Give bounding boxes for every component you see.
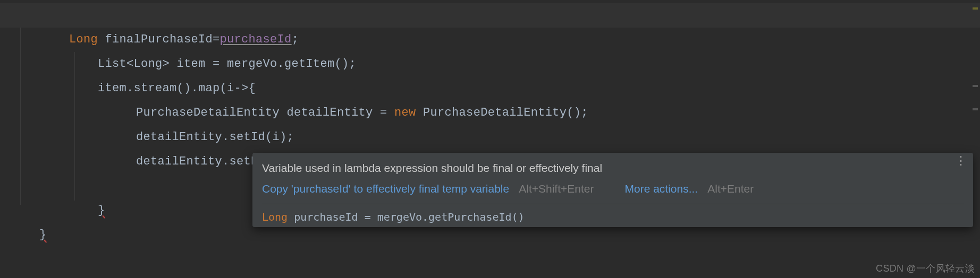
preview-code: purchaseId = mergeVo.getPurchaseId() xyxy=(288,211,525,223)
editor-scrollbar[interactable] xyxy=(971,0,979,278)
more-actions-link[interactable]: More actions... xyxy=(624,179,698,198)
code-line[interactable]: detailEntity.setId(i); xyxy=(0,101,980,125)
shortcut-label: Alt+Enter xyxy=(707,179,754,198)
brace-close: } xyxy=(39,223,47,247)
inspection-message: Variable used in lambda expression shoul… xyxy=(262,160,964,179)
inspection-tooltip: ⋮ Variable used in lambda expression sho… xyxy=(252,153,973,227)
scrollbar-mark[interactable] xyxy=(973,7,978,10)
quickfix-link[interactable]: Copy 'purchaseId' to effectively final t… xyxy=(262,179,509,198)
code-line[interactable]: Long finalPurchaseId=purchaseId; xyxy=(0,3,980,28)
keyword-type: Long xyxy=(262,211,288,223)
scrollbar-mark[interactable] xyxy=(973,108,978,110)
watermark: CSDN @一个风轻云淡 xyxy=(876,262,975,275)
more-icon[interactable]: ⋮ xyxy=(955,158,967,163)
code-line[interactable]: List<Long> item = mergeVo.getItem(); xyxy=(0,28,980,52)
scrollbar-mark[interactable] xyxy=(973,85,978,87)
code-line[interactable]: PurchaseDetailEntity detailEntity = new … xyxy=(0,76,980,101)
quickfix-preview: Long purchaseId = mergeVo.getPurchaseId(… xyxy=(262,204,964,223)
code-editor[interactable]: Long finalPurchaseId=purchaseId; List<Lo… xyxy=(0,0,980,278)
code-line[interactable]: detailEntity.setPurchaseId(purchaseId); xyxy=(0,125,980,150)
code-line[interactable]: item.stream().map(i->{ xyxy=(0,52,980,76)
shortcut-label: Alt+Shift+Enter xyxy=(519,179,594,198)
